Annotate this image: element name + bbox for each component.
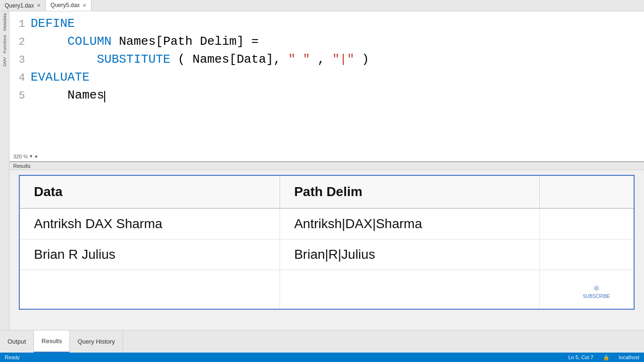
- bottom-tabs: Output Results Query History: [0, 330, 123, 353]
- cell-row1-data: Antriksh DAX Sharma: [20, 208, 280, 239]
- results-table-wrapper: Data Path Delim Antriksh DAX Sharma Antr…: [19, 175, 635, 310]
- code-content-1: DEFINE: [31, 15, 644, 32]
- status-connection: localhost: [619, 354, 639, 360]
- tab-query1-label: Query1.dax: [5, 2, 34, 9]
- status-connection-icon: 🔒: [603, 354, 610, 361]
- subscribe-label: SUBSCRIBE: [583, 294, 610, 299]
- results-table-body: Antriksh DAX Sharma Antriksh|DAX|Sharma …: [20, 208, 634, 309]
- line-number-1: 1: [9, 16, 31, 33]
- side-panel: Metadata Functions DMV: [0, 11, 9, 330]
- cell-row2-path: Brian|R|Julius: [280, 239, 539, 270]
- line-number-3: 3: [9, 52, 31, 69]
- side-panel-functions[interactable]: Functions: [1, 33, 8, 55]
- cell-empty2: [280, 270, 539, 309]
- col-header-data: Data: [20, 176, 280, 208]
- col-header-extra: [539, 176, 634, 208]
- table-row: Antriksh DAX Sharma Antriksh|DAX|Sharma: [20, 208, 634, 239]
- keyword-define: DEFINE: [31, 16, 75, 31]
- cell-row1-extra: [539, 208, 634, 239]
- results-label: Results: [9, 162, 644, 170]
- tab-query-history[interactable]: Query History: [70, 330, 123, 353]
- content-area: 1 DEFINE 2 COLUMN Names[Path Delim] =: [9, 11, 644, 330]
- string-pipe: "|": [332, 52, 355, 66]
- subscribe-icon: ⚛ SUBSCRIBE: [583, 283, 610, 299]
- code-line-3: 3 SUBSTITUTE ( Names[Data], " " , "|" ): [9, 51, 644, 69]
- indent-3: [31, 52, 90, 66]
- code-line-1: 1 DEFINE: [9, 15, 644, 33]
- tab-results[interactable]: Results: [34, 330, 70, 353]
- line-number-5: 5: [9, 88, 31, 105]
- side-panel-dmv[interactable]: DMV: [1, 55, 8, 68]
- tab-query5-close[interactable]: ✕: [83, 3, 86, 8]
- code-line-4: 4 EVALUATE: [9, 69, 644, 87]
- code-line-5: 5 Names: [9, 87, 644, 105]
- table-row-empty: ⚛ SUBSCRIBE: [20, 270, 634, 309]
- code-content-4: EVALUATE: [31, 69, 644, 86]
- names-ref: Names: [67, 88, 104, 102]
- table-row: Brian R Julius Brian|R|Julius: [20, 239, 634, 270]
- editor-status: 320 % ▾ ◂: [13, 153, 37, 159]
- status-strip: Ready Ln 5, Col 7 🔒 localhost: [0, 353, 644, 362]
- substitute-close: ): [362, 52, 369, 66]
- zoom-level: 320 %: [13, 154, 28, 159]
- results-table: Data Path Delim Antriksh DAX Sharma Antr…: [20, 176, 634, 309]
- col-header-path-delim: Path Delim: [280, 176, 539, 208]
- cell-row2-data: Brian R Julius: [20, 239, 280, 270]
- results-table-head: Data Path Delim: [20, 176, 634, 208]
- substitute-args1: ( Names[Data],: [178, 52, 288, 66]
- code-editor[interactable]: 1 DEFINE 2 COLUMN Names[Path Delim] =: [9, 11, 644, 162]
- substitute-comma: ,: [318, 52, 332, 66]
- subscribe-area: ⚛ SUBSCRIBE: [554, 278, 620, 301]
- text-cursor: [104, 91, 105, 102]
- results-section: Results Data Path Delim: [9, 162, 644, 330]
- indent-5: [31, 88, 60, 102]
- tab-query1[interactable]: Query1.dax ✕: [0, 0, 46, 11]
- status-position: Ln 5, Col 7: [568, 354, 593, 360]
- keyword-column: COLUMN: [67, 34, 112, 49]
- code-line-2: 2 COLUMN Names[Path Delim] =: [9, 33, 644, 51]
- cell-empty3: ⚛ SUBSCRIBE: [539, 270, 634, 309]
- string-space: " ": [288, 52, 310, 66]
- status-ready: Ready: [5, 354, 20, 360]
- tab-bar: Query1.dax ✕ Query5.dax ✕: [0, 0, 644, 11]
- cell-row1-path: Antriksh|DAX|Sharma: [280, 208, 539, 239]
- line-number-2: 2: [9, 34, 31, 51]
- column-name: Names[Path Delim] =: [119, 34, 258, 49]
- code-lines: 1 DEFINE 2 COLUMN Names[Path Delim] =: [9, 11, 644, 108]
- code-content-2: COLUMN Names[Path Delim] =: [31, 33, 644, 50]
- results-header-row: Data Path Delim: [20, 176, 634, 208]
- zoom-dropdown-icon[interactable]: ▾: [30, 153, 33, 159]
- keyword-substitute: SUBSTITUTE: [97, 52, 170, 66]
- tab-query1-close[interactable]: ✕: [37, 3, 41, 8]
- main-area: Metadata Functions DMV 1 DEFINE 2: [0, 11, 644, 330]
- scroll-indicator: ◂: [34, 153, 37, 159]
- code-content-3: SUBSTITUTE ( Names[Data], " " , "|" ): [31, 51, 644, 68]
- keyword-evaluate: EVALUATE: [31, 70, 90, 84]
- tab-query5[interactable]: Query5.dax ✕: [46, 0, 91, 11]
- cell-row2-extra: [539, 239, 634, 270]
- line-number-4: 4: [9, 70, 31, 87]
- results-content: Data Path Delim Antriksh DAX Sharma Antr…: [9, 170, 644, 330]
- code-content-5: Names: [31, 87, 644, 104]
- side-panel-metadata[interactable]: Metadata: [1, 11, 8, 33]
- tab-query5-label: Query5.dax: [50, 2, 80, 8]
- bottom-bar: Output Results Query History: [0, 330, 644, 353]
- indent-2: [31, 34, 60, 49]
- tab-output[interactable]: Output: [0, 330, 34, 353]
- cell-empty1: [20, 270, 280, 309]
